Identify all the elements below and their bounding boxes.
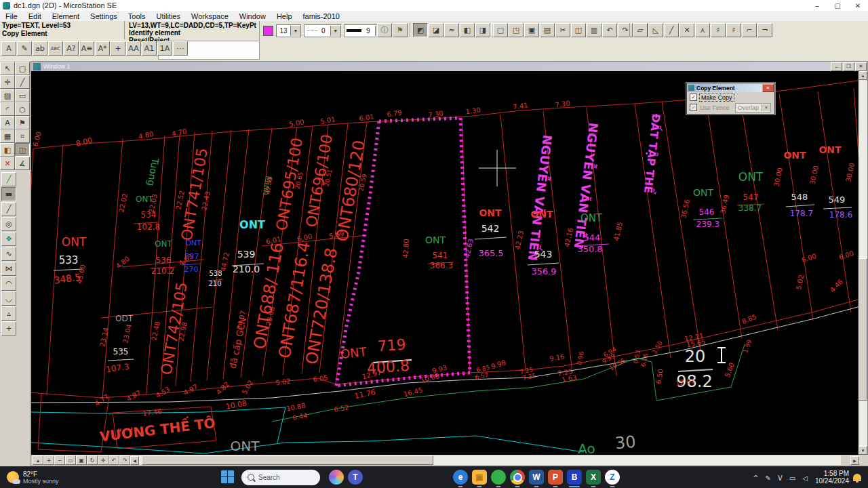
make-copy-label[interactable]: Make Copy bbox=[700, 94, 734, 101]
place-fence-icon[interactable]: ▢ bbox=[15, 62, 30, 75]
horizontal-scrollbar[interactable] bbox=[139, 455, 841, 465]
word-icon[interactable]: W bbox=[529, 470, 544, 485]
tray-unikey-icon[interactable]: V bbox=[778, 474, 783, 482]
scroll-down-icon[interactable]: ▼ bbox=[859, 446, 867, 455]
line-style-combo[interactable]: − − − 0 ▼ bbox=[304, 24, 341, 37]
place-text-icon[interactable]: A bbox=[1, 41, 16, 56]
fit-view-icon[interactable]: ▣ bbox=[76, 455, 87, 465]
primary-tool-aux-icon[interactable]: ◧ bbox=[460, 23, 475, 37]
change-text-icon[interactable]: A* bbox=[95, 41, 110, 56]
measure-icon[interactable]: ⌗ bbox=[15, 129, 30, 143]
undo-icon[interactable]: ↶ bbox=[602, 23, 617, 37]
menu-settings[interactable]: Settings bbox=[85, 12, 123, 20]
linear-tool-11-icon[interactable]: + bbox=[1, 321, 16, 336]
primary-tool-models-icon[interactable]: ◩ bbox=[413, 23, 428, 37]
linear-tool-5-icon[interactable]: ❖ bbox=[1, 232, 16, 246]
element-selection-icon[interactable]: ↖ bbox=[0, 62, 15, 75]
excel-icon[interactable]: X bbox=[586, 470, 601, 485]
menu-tools[interactable]: Tools bbox=[123, 12, 151, 20]
use-fence-checkbox[interactable]: ✓ bbox=[690, 104, 697, 111]
scroll-right-icon[interactable]: ▶ bbox=[850, 456, 859, 465]
app-green-icon[interactable] bbox=[491, 470, 506, 485]
linear-tool-9-icon[interactable]: ◡ bbox=[1, 291, 16, 306]
fence-mode-combo[interactable]: Overlap ▼ bbox=[735, 103, 772, 113]
tray-display-icon[interactable]: ▭ bbox=[789, 474, 795, 482]
edit-text-icon[interactable]: ab bbox=[33, 41, 47, 56]
rotate-view-icon[interactable]: ↻ bbox=[87, 455, 98, 465]
ellipses-icon[interactable]: ○ bbox=[15, 102, 30, 116]
open-file-icon[interactable]: ◳ bbox=[509, 23, 524, 37]
notification-bell-icon[interactable] bbox=[853, 474, 861, 481]
scroll-up-icon[interactable]: ▲ bbox=[859, 71, 867, 80]
points-icon[interactable]: ✛ bbox=[0, 75, 15, 89]
tray-pen-icon[interactable]: ✎ bbox=[766, 474, 771, 482]
menu-famis-2010[interactable]: famis-2010 bbox=[298, 12, 345, 20]
cut-icon[interactable]: ✂ bbox=[555, 23, 570, 37]
linear-tool-2-icon[interactable]: ▬ bbox=[1, 187, 16, 201]
active-color-swatch[interactable] bbox=[263, 26, 273, 36]
modify-element-icon[interactable]: ▱ bbox=[633, 23, 648, 37]
view-minimize-icon[interactable]: – bbox=[831, 62, 842, 71]
linear-tool-10-icon[interactable]: ▵ bbox=[1, 306, 16, 321]
copy-enter-data-icon[interactable]: 1A bbox=[157, 41, 172, 56]
display-text-attr-icon[interactable]: A? bbox=[64, 41, 79, 56]
copy-increment-icon[interactable]: AA bbox=[126, 41, 141, 56]
clock[interactable]: 1:58 PM 10/24/2024 bbox=[815, 470, 849, 485]
zoom-in-icon[interactable]: + bbox=[43, 455, 54, 465]
new-file-icon[interactable]: ▢ bbox=[493, 23, 508, 37]
linear-tool-7-icon[interactable]: ⋈ bbox=[1, 262, 16, 276]
dialog-close-icon[interactable]: ✕ bbox=[762, 84, 774, 92]
weather-widget[interactable]: 82°F Mostly sunny bbox=[7, 470, 59, 485]
drawing-canvas[interactable]: 6.008.004.804.705.005.016.016.797.301.30… bbox=[31, 71, 859, 455]
tray-chevron-icon[interactable]: ^ bbox=[753, 474, 758, 482]
trim-icon[interactable]: ✕ bbox=[679, 23, 694, 37]
close-icon[interactable]: ✕ bbox=[848, 2, 868, 9]
cells-icon[interactable]: ▦ bbox=[0, 129, 15, 143]
chevron-down-icon[interactable]: ▼ bbox=[290, 26, 300, 36]
app-b-icon[interactable]: B bbox=[567, 470, 582, 485]
linear-tool-1-icon[interactable]: ╱ bbox=[1, 172, 16, 186]
extend-line-icon[interactable]: ╱ bbox=[664, 23, 679, 37]
tray-volume-icon[interactable]: ◁ bbox=[802, 474, 808, 482]
patterns-icon[interactable]: ▨ bbox=[0, 89, 15, 102]
linear-tool-8-icon[interactable]: ◠ bbox=[1, 277, 16, 291]
linear-tool-3-icon[interactable]: ╱ bbox=[1, 202, 16, 216]
view-update-icon[interactable]: ▴ bbox=[33, 455, 43, 465]
copy-element-dialog-titlebar[interactable]: Copy Element ✕ bbox=[687, 83, 774, 92]
manipulate-icon[interactable]: ◫ bbox=[15, 143, 30, 157]
view-window-titlebar[interactable]: Window 1 – ❐ ✕ bbox=[31, 62, 867, 71]
menu-element[interactable]: Element bbox=[47, 12, 85, 20]
view-previous-icon[interactable]: ↶ bbox=[108, 455, 119, 465]
arcs-icon[interactable]: ◜ bbox=[0, 102, 15, 116]
file-explorer-icon[interactable]: ▣ bbox=[472, 470, 487, 485]
pan-view-icon[interactable]: ✛ bbox=[98, 455, 108, 465]
set-text-icon[interactable]: A1 bbox=[142, 41, 157, 56]
vertical-scrollbar[interactable]: ▲ ▼ bbox=[859, 71, 867, 455]
maximize-icon[interactable]: ▢ bbox=[827, 2, 848, 9]
dimensions-icon[interactable]: ∡ bbox=[15, 157, 30, 170]
polygons-icon[interactable]: ▭ bbox=[15, 89, 30, 102]
chevron-down-icon[interactable]: ▼ bbox=[330, 26, 340, 36]
menu-file[interactable]: File bbox=[0, 12, 23, 20]
construct-circular-icon[interactable]: ⌐ bbox=[742, 23, 757, 37]
fill-enter-data-icon[interactable]: ⋯ bbox=[173, 41, 188, 56]
teams-icon[interactable]: T bbox=[348, 470, 363, 485]
construct-chamfer-icon[interactable]: ¬ bbox=[757, 23, 772, 37]
place-text-node-icon[interactable]: + bbox=[111, 41, 125, 56]
save-file-icon[interactable]: ▣ bbox=[524, 23, 539, 37]
flag-icon[interactable]: ⚑ bbox=[393, 23, 408, 37]
start-button[interactable] bbox=[221, 470, 235, 484]
print-icon[interactable]: ▤ bbox=[540, 23, 555, 37]
place-note-icon[interactable]: ✎ bbox=[17, 41, 32, 56]
delete-vertex-icon[interactable]: ♯ bbox=[726, 23, 741, 37]
primary-tool-levels-icon[interactable]: ≈ bbox=[444, 23, 459, 37]
spell-check-icon[interactable]: ABC bbox=[48, 41, 63, 56]
match-text-icon[interactable]: A≡ bbox=[79, 41, 94, 56]
zalo-icon[interactable]: Z bbox=[605, 470, 620, 485]
tags-icon[interactable]: ⚑ bbox=[15, 116, 30, 129]
copilot-icon[interactable] bbox=[329, 470, 344, 485]
insert-vertex-icon[interactable]: ♯ bbox=[711, 23, 726, 37]
chrome-icon[interactable] bbox=[510, 470, 525, 485]
text-icon[interactable]: A bbox=[0, 116, 15, 129]
use-fence-label[interactable]: Use Fence bbox=[700, 104, 730, 111]
